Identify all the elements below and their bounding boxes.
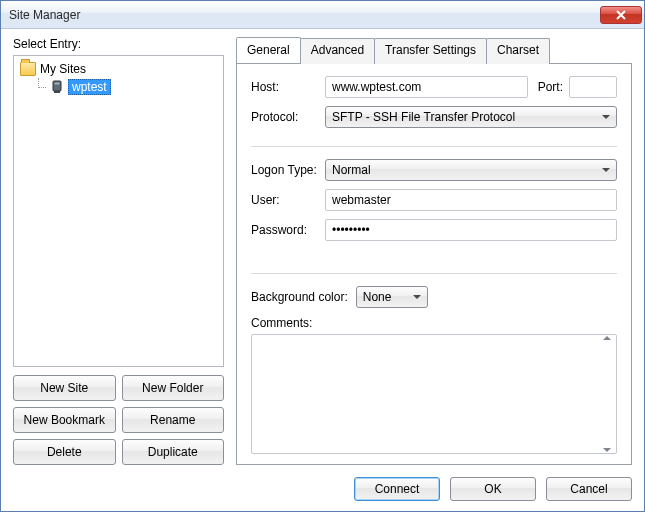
title-bar: Site Manager [1, 1, 644, 29]
new-site-button[interactable]: New Site [13, 375, 116, 401]
logon-row: Logon Type: Normal [251, 159, 617, 181]
protocol-label: Protocol: [251, 110, 325, 124]
protocol-value: SFTP - SSH File Transfer Protocol [332, 110, 515, 124]
delete-button[interactable]: Delete [13, 439, 116, 465]
bgcolor-label: Background color: [251, 290, 348, 304]
close-icon [616, 10, 626, 20]
protocol-select[interactable]: SFTP - SSH File Transfer Protocol [325, 106, 617, 128]
logon-type-value: Normal [332, 163, 371, 177]
tab-transfer-settings[interactable]: Transfer Settings [374, 38, 487, 64]
tree-site-label: wptest [68, 79, 111, 95]
tab-charset[interactable]: Charset [486, 38, 550, 64]
port-label: Port: [538, 80, 563, 94]
svg-rect-2 [54, 91, 60, 93]
comments-area: Comments: [251, 316, 617, 454]
user-row: User: [251, 189, 617, 211]
user-input[interactable] [325, 189, 617, 211]
logon-type-label: Logon Type: [251, 163, 325, 177]
cancel-button[interactable]: Cancel [546, 477, 632, 501]
site-tree[interactable]: My Sites wptest [13, 55, 224, 367]
folder-icon [20, 62, 36, 76]
ok-button[interactable]: OK [450, 477, 536, 501]
password-label: Password: [251, 223, 325, 237]
window-title: Site Manager [9, 8, 600, 22]
host-input[interactable] [325, 76, 528, 98]
server-icon [50, 80, 64, 94]
scroll-down-button[interactable] [599, 448, 615, 452]
left-column: Select Entry: My Sites wptest New Site N… [13, 37, 224, 465]
host-row: Host: Port: [251, 76, 617, 98]
upper-area: Select Entry: My Sites wptest New Site N… [13, 37, 632, 465]
separator [251, 146, 617, 147]
site-buttons: New Site New Folder New Bookmark Rename … [13, 375, 224, 465]
comments-textarea[interactable] [251, 334, 617, 454]
password-row: Password: [251, 219, 617, 241]
tree-root-label: My Sites [40, 62, 86, 76]
chevron-down-icon [602, 168, 610, 172]
right-column: General Advanced Transfer Settings Chars… [236, 37, 632, 465]
tab-strip: General Advanced Transfer Settings Chars… [236, 37, 632, 63]
close-button[interactable] [600, 6, 642, 24]
tab-general[interactable]: General [236, 37, 301, 63]
protocol-row: Protocol: SFTP - SSH File Transfer Proto… [251, 106, 617, 128]
password-input[interactable] [325, 219, 617, 241]
logon-type-select[interactable]: Normal [325, 159, 617, 181]
tree-site-item[interactable]: wptest [16, 78, 221, 96]
user-label: User: [251, 193, 325, 207]
select-entry-label: Select Entry: [13, 37, 224, 51]
new-folder-button[interactable]: New Folder [122, 375, 225, 401]
tree-connector [34, 78, 46, 96]
rename-button[interactable]: Rename [122, 407, 225, 433]
dialog-footer: Connect OK Cancel [13, 477, 632, 501]
bgcolor-row: Background color: None [251, 286, 617, 308]
bgcolor-value: None [363, 290, 392, 304]
caret-up-icon [603, 336, 611, 340]
new-bookmark-button[interactable]: New Bookmark [13, 407, 116, 433]
caret-down-icon [603, 448, 611, 452]
host-label: Host: [251, 80, 325, 94]
chevron-down-icon [413, 295, 421, 299]
port-input[interactable] [569, 76, 617, 98]
tab-advanced[interactable]: Advanced [300, 38, 375, 64]
tab-panel-general: Host: Port: Protocol: SFTP - SSH File Tr… [236, 63, 632, 465]
svg-rect-1 [55, 83, 60, 85]
tree-root[interactable]: My Sites [16, 60, 221, 78]
dialog-content: Select Entry: My Sites wptest New Site N… [1, 29, 644, 511]
connect-button[interactable]: Connect [354, 477, 440, 501]
duplicate-button[interactable]: Duplicate [122, 439, 225, 465]
separator [251, 273, 617, 274]
scroll-up-button[interactable] [599, 336, 615, 340]
bgcolor-select[interactable]: None [356, 286, 428, 308]
comments-label: Comments: [251, 316, 617, 330]
chevron-down-icon [602, 115, 610, 119]
